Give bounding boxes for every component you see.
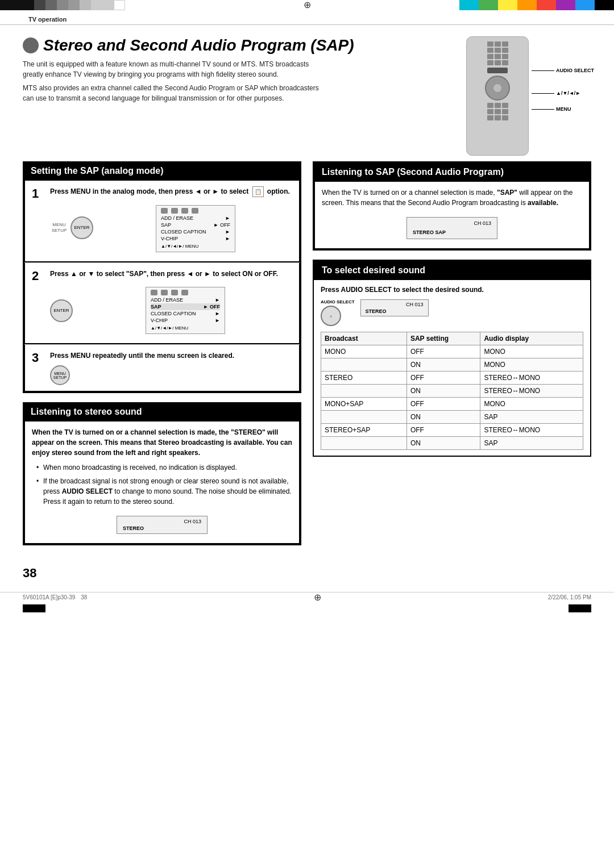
- stereo-bullet-2: If the broadcast signal is not strong en…: [36, 476, 292, 507]
- table-cell-broadcast: STEREO+SAP: [321, 424, 407, 437]
- table-cell-sap: ON: [406, 358, 480, 372]
- listening-sap-section: Listening to SAP (Second Audio Program) …: [313, 161, 591, 251]
- table-cell-broadcast: STEREO: [321, 372, 407, 385]
- table-cell-sap: ON: [406, 385, 480, 398]
- sound-table: Broadcast SAP setting Audio display MONO…: [321, 332, 583, 450]
- press-audio-text: Press AUDIO SELECT to select the desired…: [321, 286, 583, 294]
- channel-display-stereo: STEREO: [366, 308, 387, 314]
- table-cell-audio: STEREO↔MONO: [480, 385, 583, 398]
- strip-block-2: [34, 0, 45, 10]
- table-cell-broadcast: MONO: [321, 345, 407, 358]
- table-header-audio: Audio display: [480, 332, 583, 345]
- step-1-box: 1 Press MENU in the analog mode, then pr…: [24, 181, 300, 262]
- table-row: STEREOOFFSTEREO↔MONO: [321, 372, 583, 385]
- sap-display-stereo-sap: STEREO SAP: [413, 229, 446, 237]
- menu-mockup-1: ADD / ERASE► SAP► OFF CLOSED CAPTION► V-…: [156, 205, 235, 252]
- listening-stereo-section: Listening to stereo sound When the TV is…: [23, 402, 301, 545]
- table-header-sap: SAP setting: [406, 332, 480, 345]
- setting-sap-section: Setting the SAP (analog mode) 1 Press ME…: [23, 161, 301, 393]
- bottom-right-mark: [569, 604, 591, 612]
- bottom-area: 38: [0, 554, 614, 586]
- select-sound-header: To select desired sound: [314, 261, 590, 280]
- color-strip-red: [537, 0, 556, 10]
- select-sound-content: Press AUDIO SELECT to select the desired…: [314, 280, 590, 456]
- setting-sap-header: Setting the SAP (analog mode): [24, 162, 300, 181]
- color-strip-orange: [517, 0, 537, 10]
- step-2-box: 2 Press ▲ or ▼ to select "SAP", then pre…: [24, 262, 300, 344]
- section-label: TV operation: [28, 16, 67, 23]
- stereo-display-stereo: STEREO: [123, 525, 144, 531]
- table-cell-sap: ON: [406, 411, 480, 424]
- footer-left: 5V60101A [E]p30-39: [23, 594, 75, 600]
- step-3-box: 3 Press MENU repeatedly until the menu s…: [24, 344, 300, 392]
- table-row: ONMONO: [321, 358, 583, 372]
- page-title: Stereo and Second Audio Program (SAP): [43, 36, 354, 55]
- menu-mockup-2: ADD / ERASE► SAP► OFF CLOSED CAPTION► V-…: [146, 287, 225, 334]
- table-cell-audio: MONO: [480, 345, 583, 358]
- table-cell-sap: OFF: [406, 372, 480, 385]
- select-sound-section: To select desired sound Press AUDIO SELE…: [313, 260, 591, 457]
- audio-select-label: AUDIO SELECT: [321, 299, 355, 304]
- table-cell-broadcast: [321, 358, 407, 372]
- table-cell-broadcast: [321, 437, 407, 450]
- intro-paragraph-2: MTS also provides an extra channel calle…: [23, 83, 330, 103]
- sap-display: CH 013 STEREO SAP: [406, 217, 497, 239]
- table-cell-broadcast: [321, 385, 407, 398]
- sap-display-ch: CH 013: [474, 220, 491, 228]
- channel-display-mockup: CH 013 STEREO: [360, 299, 429, 316]
- stereo-display: CH 013 STEREO: [117, 516, 208, 534]
- table-row: ONSAP: [321, 411, 583, 424]
- table-cell-sap: OFF: [406, 345, 480, 358]
- stereo-display-ch: CH 013: [184, 519, 201, 524]
- table-cell-audio: SAP: [480, 437, 583, 450]
- color-strip-purple: [556, 0, 575, 10]
- menu-button-mockup: MENUSETUP: [50, 365, 70, 385]
- footer-center: 38: [81, 594, 87, 600]
- remote-menu-label: MENU: [556, 106, 571, 112]
- table-cell-broadcast: [321, 411, 407, 424]
- strip-block-4: [57, 0, 68, 10]
- color-strip-cyan: [459, 0, 479, 10]
- strip-block-7: [91, 0, 114, 10]
- enter-button-mockup: ENTER: [70, 216, 93, 239]
- listening-sap-header: Listening to SAP (Second Audio Program): [314, 162, 590, 182]
- table-cell-audio: MONO: [480, 358, 583, 372]
- footer-right: 2/22/06, 1:05 PM: [548, 594, 591, 600]
- table-row: ONSAP: [321, 437, 583, 450]
- table-row: MONOOFFMONO: [321, 345, 583, 358]
- strip-block-3: [45, 0, 57, 10]
- channel-display-ch: CH 013: [406, 302, 424, 307]
- listening-sap-content: When the TV is turned on or a channel se…: [314, 182, 590, 249]
- step-3-number: 3: [32, 350, 44, 365]
- table-cell-sap: OFF: [406, 424, 480, 437]
- table-header-broadcast: Broadcast: [321, 332, 407, 345]
- strip-block-5: [68, 0, 80, 10]
- color-strip-yellow: [498, 0, 517, 10]
- step-2-text: Press ▲ or ▼ to select "SAP", then press…: [50, 269, 292, 279]
- bottom-left-mark: [23, 604, 45, 612]
- audio-select-area: AUDIO SELECT ○ CH 013 STEREO: [321, 299, 583, 326]
- listening-stereo-content: When the TV is turned on or a channel se…: [24, 422, 300, 544]
- remote-arrows-label: ▲/▼/◄/►: [556, 90, 580, 96]
- table-cell-sap: OFF: [406, 398, 480, 411]
- stereo-bold-text: When the TV is turned on or a channel se…: [32, 427, 292, 458]
- listening-stereo-header: Listening to stereo sound: [24, 403, 300, 422]
- table-row: MONO+SAPOFFMONO: [321, 398, 583, 411]
- table-cell-audio: MONO: [480, 398, 583, 411]
- step-3-text: Press MENU repeatedly until the menu scr…: [50, 350, 292, 361]
- table-cell-audio: STEREO↔MONO: [480, 424, 583, 437]
- sap-text: When the TV is turned on or a channel se…: [322, 187, 582, 208]
- step-1-text: Press MENU in the analog mode, then pres…: [50, 186, 292, 197]
- color-strip-blue: [575, 0, 595, 10]
- remote-audio-select-label: AUDIO SELECT: [556, 68, 594, 73]
- strip-block-8: [114, 0, 125, 10]
- page-number: 38: [23, 566, 36, 581]
- color-strip-green: [479, 0, 498, 10]
- intro-paragraph-1: The unit is equipped with a feature know…: [23, 59, 330, 80]
- step-2-number: 2: [32, 269, 44, 283]
- enter-button-mockup-2: ENTER: [50, 299, 73, 322]
- step-1-number: 1: [32, 186, 44, 201]
- table-cell-audio: STEREO↔MONO: [480, 372, 583, 385]
- stereo-bullet-1: When mono broadcasting is received, no i…: [36, 462, 292, 473]
- stereo-bullets: When mono broadcasting is received, no i…: [32, 462, 292, 507]
